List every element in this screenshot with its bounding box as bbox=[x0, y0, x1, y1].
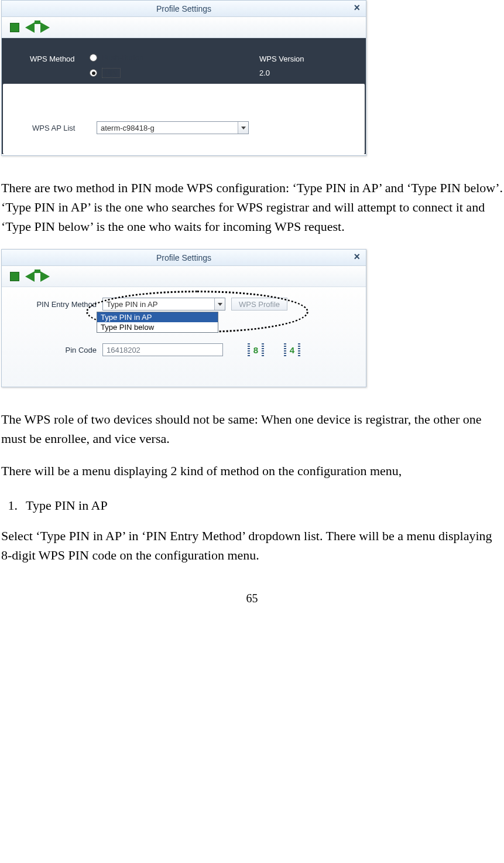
dialog-toolbar bbox=[2, 266, 366, 287]
forward-button[interactable] bbox=[40, 271, 50, 282]
digit-display-8: 8 bbox=[250, 344, 262, 356]
wps-version-label: WPS Version bbox=[259, 54, 304, 63]
profile-settings-dialog-2: Profile Settings × PIN Entry Method Type… bbox=[1, 249, 366, 387]
radio-label: Push-Button bbox=[102, 53, 144, 62]
radio-icon-selected bbox=[90, 69, 97, 77]
pin-entry-method-row: PIN Entry Method Type PIN in AP WPS Prof… bbox=[10, 298, 358, 311]
chevron-down-icon[interactable] bbox=[214, 298, 225, 310]
button-label: WPS Profile bbox=[239, 300, 280, 309]
radio-icon bbox=[90, 54, 97, 62]
wps-ap-list-row: WPS AP List aterm-c98418-g bbox=[32, 121, 356, 134]
list-number: 1. bbox=[1, 498, 18, 513]
list-text: Type PIN in AP bbox=[26, 498, 108, 513]
back-button[interactable] bbox=[25, 22, 35, 33]
body-paragraph-3: There will be a menu displaying 2 kind o… bbox=[1, 461, 503, 480]
dropdown-selected: aterm-c98418-g bbox=[97, 124, 238, 132]
pin-entry-method-label: PIN Entry Method bbox=[10, 300, 97, 309]
titlebar: Profile Settings × bbox=[2, 1, 366, 17]
body-paragraph-2: The WPS role of two devices should not b… bbox=[1, 410, 503, 448]
radio-label: PIN bbox=[102, 68, 121, 78]
radio-pin[interactable]: PIN bbox=[90, 68, 366, 78]
close-icon[interactable]: × bbox=[351, 251, 362, 263]
digit-display-4: 4 bbox=[286, 344, 298, 356]
wps-ap-list-dropdown[interactable]: aterm-c98418-g bbox=[97, 121, 249, 134]
pin-code-input[interactable] bbox=[102, 343, 223, 356]
body-paragraph-1: There are two method in PIN mode WPS con… bbox=[1, 178, 503, 236]
body-paragraph-4: Select ‘Type PIN in AP’ in ‘PIN Entry Me… bbox=[1, 526, 503, 565]
dropdown-option[interactable]: Type PIN below bbox=[97, 322, 218, 332]
numbered-list-item: 1. Type PIN in AP bbox=[1, 498, 503, 513]
stop-icon[interactable] bbox=[10, 272, 19, 281]
wps-version-value: 2.0 bbox=[259, 69, 270, 77]
pin-entry-method-dropdown[interactable]: Type PIN in AP bbox=[102, 298, 225, 311]
dropdown-option[interactable]: Type PIN in AP bbox=[97, 312, 218, 322]
profile-settings-dialog-1: Profile Settings × WPS Method WPS Versio… bbox=[1, 0, 366, 156]
dialog-body: PIN Entry Method Type PIN in AP WPS Prof… bbox=[2, 287, 366, 387]
wps-profile-button[interactable]: WPS Profile bbox=[231, 298, 287, 311]
inner-panel: WPS AP List aterm-c98418-g bbox=[3, 84, 365, 154]
pin-code-row: Pin Code 8 4 bbox=[10, 343, 358, 356]
forward-button[interactable] bbox=[40, 22, 50, 33]
back-button[interactable] bbox=[25, 271, 35, 282]
dropdown-selected: Type PIN in AP bbox=[103, 300, 214, 309]
stop-icon[interactable] bbox=[10, 23, 19, 32]
wps-method-label: WPS Method bbox=[30, 54, 75, 63]
radio-push-button[interactable]: Push-Button bbox=[90, 53, 366, 62]
pin-code-label: Pin Code bbox=[10, 346, 97, 354]
titlebar: Profile Settings × bbox=[2, 250, 366, 266]
pin-entry-dropdown-list: Type PIN in AP Type PIN below bbox=[97, 312, 218, 333]
page-number: 65 bbox=[1, 592, 503, 605]
dialog-body: WPS Method WPS Version 2.0 Push-Button P… bbox=[2, 38, 366, 154]
wps-ap-list-label: WPS AP List bbox=[32, 124, 91, 132]
dialog-title: Profile Settings bbox=[156, 253, 211, 262]
dialog-toolbar bbox=[2, 17, 366, 38]
close-icon[interactable]: × bbox=[351, 2, 362, 14]
chevron-down-icon[interactable] bbox=[238, 122, 248, 134]
dialog-title: Profile Settings bbox=[156, 4, 211, 13]
